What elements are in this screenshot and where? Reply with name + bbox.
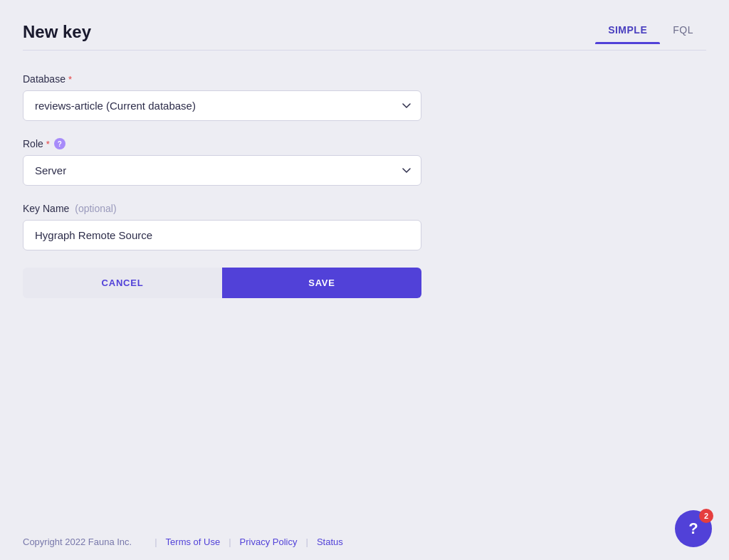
role-label: Role * ? [23, 138, 421, 149]
footer-terms-link[interactable]: Terms of Use [166, 537, 221, 547]
database-select[interactable]: reviews-article (Current database) [23, 90, 421, 121]
cancel-button[interactable]: CANCEL [23, 268, 222, 298]
footer-divider-2: | [229, 537, 231, 547]
role-select[interactable]: Server Admin Client [23, 155, 421, 186]
key-name-label: Key Name (optional) [23, 203, 421, 214]
key-name-input[interactable] [23, 220, 421, 250]
footer: Copyright 2022 Fauna Inc. | Terms of Use… [0, 524, 729, 560]
database-label: Database * [23, 73, 421, 85]
database-required-star: * [68, 74, 72, 85]
page-container: New key SIMPLE FQL Database * reviews-ar… [0, 0, 729, 560]
help-notification-badge: 2 [699, 509, 713, 523]
save-button[interactable]: SAVE [222, 268, 421, 298]
tab-simple[interactable]: SIMPLE [595, 20, 660, 44]
tab-fql[interactable]: FQL [660, 20, 706, 44]
form-container: Database * reviews-article (Current data… [23, 73, 421, 298]
help-button[interactable]: ? 2 [675, 510, 712, 547]
key-name-group: Key Name (optional) [23, 203, 421, 250]
tab-bar: SIMPLE FQL [595, 20, 706, 44]
role-help-icon[interactable]: ? [54, 138, 65, 149]
footer-copyright: Copyright 2022 Fauna Inc. [23, 537, 132, 547]
help-question-icon: ? [688, 519, 698, 538]
database-group: Database * reviews-article (Current data… [23, 73, 421, 121]
page-title: New key [23, 22, 91, 42]
role-group: Role * ? Server Admin Client [23, 138, 421, 186]
role-required-star: * [46, 139, 50, 149]
key-name-optional: (optional) [72, 203, 116, 214]
footer-status-link[interactable]: Status [317, 537, 343, 547]
footer-divider-3: | [306, 537, 308, 547]
button-group: CANCEL SAVE [23, 268, 421, 298]
header: New key SIMPLE FQL [23, 20, 706, 44]
footer-divider-1: | [154, 537, 157, 547]
help-button-container: ? 2 [675, 510, 712, 547]
header-divider [23, 50, 706, 51]
footer-privacy-link[interactable]: Privacy Policy [240, 537, 298, 547]
